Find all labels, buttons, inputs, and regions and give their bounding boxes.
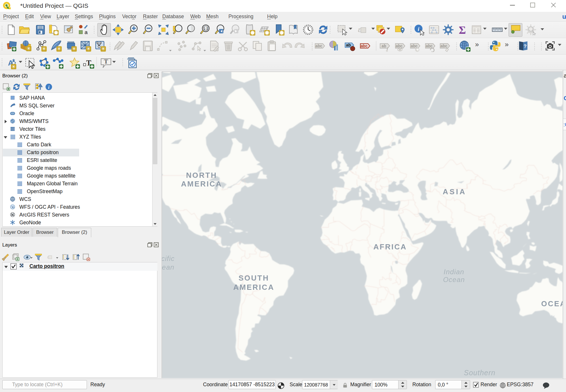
- svg-text:✳: ✳: [42, 46, 46, 52]
- svg-text:i: i: [418, 26, 420, 32]
- svg-text:✳: ✳: [27, 46, 31, 51]
- svg-text:abc: abc: [441, 44, 448, 48]
- svg-text:abc: abc: [316, 44, 323, 48]
- svg-text:✳: ✳: [86, 46, 90, 52]
- svg-text:✳: ✳: [101, 46, 105, 52]
- svg-text:a: a: [85, 29, 88, 35]
- svg-text:✳: ✳: [12, 64, 16, 69]
- svg-text:abc: abc: [361, 44, 368, 48]
- svg-text:abc: abc: [426, 44, 433, 48]
- svg-text:abc: abc: [396, 44, 403, 48]
- svg-text:✳: ✳: [72, 46, 76, 52]
- svg-text:Σ: Σ: [459, 24, 466, 36]
- svg-text:?: ?: [524, 44, 526, 49]
- svg-text:ab: ab: [381, 44, 386, 48]
- svg-text:ε: ε: [358, 25, 361, 34]
- svg-text:✳: ✳: [57, 46, 61, 52]
- svg-text:T: T: [104, 58, 108, 65]
- svg-text:ab: ab: [346, 43, 351, 47]
- svg-text:i: i: [48, 85, 50, 90]
- svg-text:abc: abc: [411, 44, 418, 48]
